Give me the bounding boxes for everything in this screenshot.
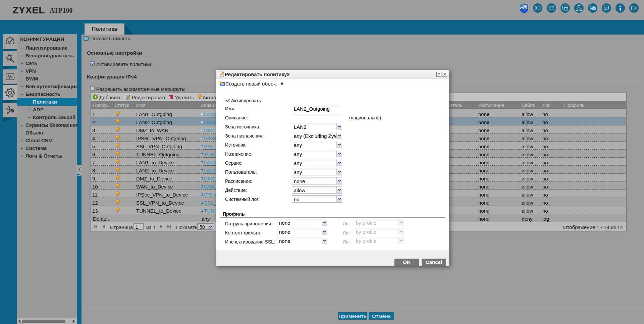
svg-text:?: ? — [605, 6, 607, 9]
